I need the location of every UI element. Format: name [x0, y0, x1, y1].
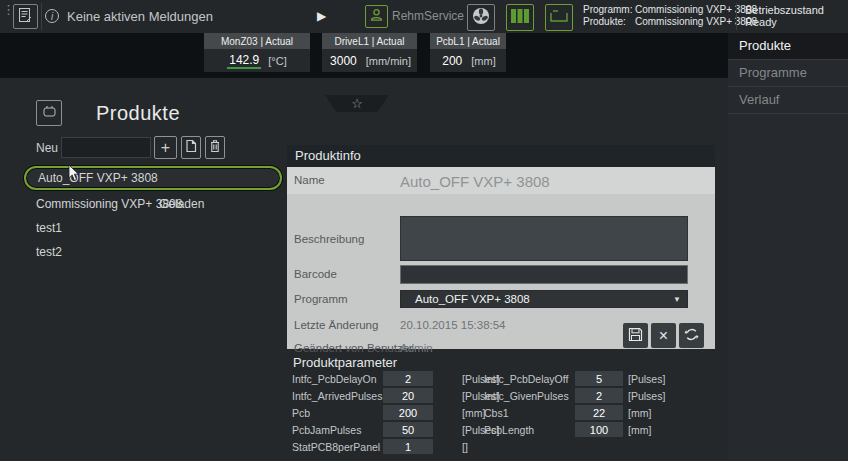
gauge-title: PcbL1 | Actual	[430, 33, 506, 49]
programm-value: Commissioning VXP+ 3808	[635, 4, 757, 15]
right-sidebar: Produkte Programme Verlauf	[728, 33, 848, 461]
copy-product-button[interactable]	[181, 136, 201, 159]
product-status-badge: Geladen	[159, 197, 204, 211]
add-product-button[interactable]: +	[154, 136, 177, 159]
floppy-save-icon	[628, 327, 643, 345]
produktparameter-panel: Produktparameter Intfc_PcbDelayOn 2 [Pul…	[287, 352, 715, 461]
product-name: test2	[24, 245, 62, 259]
param-unit: [Pulses]	[628, 390, 665, 402]
product-row-test1[interactable]: test1	[24, 216, 282, 240]
green-bars-icon	[510, 8, 530, 27]
cancel-button[interactable]: ×	[651, 323, 676, 348]
param-unit: [mm]	[628, 424, 651, 436]
param-value-field[interactable]: 1	[383, 439, 433, 454]
programm-label: Programm:	[583, 4, 635, 16]
produkte-value: Commissioning VXP+ 3808	[635, 16, 757, 27]
param-value-field[interactable]: 22	[575, 405, 623, 420]
divider	[41, 3, 42, 30]
sidebar-item-produkte[interactable]: Produkte	[728, 33, 848, 60]
trash-icon	[209, 139, 221, 156]
pcb-carrier-button[interactable]	[545, 4, 573, 31]
param-intfc-pcbdelayoff: Intfc_PcbDelayOff 5 [Pulses]	[484, 371, 684, 386]
refresh-button[interactable]	[679, 323, 704, 348]
sidebar-item-verlauf[interactable]: Verlauf	[728, 87, 848, 114]
programm-select[interactable]: Auto_OFF VXP+ 3808 ▼	[400, 290, 688, 308]
product-chip-icon	[42, 104, 57, 122]
active-program-info: Programm:Commissioning VXP+ 3808 Produkt…	[583, 4, 757, 28]
favorite-star-icon[interactable]: ☆	[351, 97, 363, 110]
page-title: Produkte	[96, 102, 180, 125]
product-row-auto-off[interactable]: Auto_OFF VXP+ 3808	[24, 166, 282, 190]
param-value-field[interactable]: 5	[575, 371, 623, 386]
status-value: Ready	[745, 16, 824, 28]
gauge-value: 3000	[328, 54, 359, 68]
gauge-value: 142.9	[227, 53, 261, 69]
gauge-band: MonZ03 | Actual 142.9 [°C] DriveL1 | Act…	[0, 33, 728, 78]
product-name: test1	[24, 221, 62, 235]
param-unit: []	[462, 441, 468, 453]
param-label: PcbJamPulses	[292, 424, 361, 436]
name-value: Auto_OFF VXP+ 3808	[400, 173, 550, 190]
product-name: Auto_OFF VXP+ 3808	[26, 171, 158, 185]
product-row-test2[interactable]: test2	[24, 240, 282, 264]
param-statpcbperpanel: StatPCB8perPanel 1 []	[292, 439, 492, 454]
product-row-commissioning[interactable]: Commissioning VXP+ 3808 Geladen	[24, 192, 282, 216]
close-icon: ×	[659, 328, 668, 344]
conveyor-status-button[interactable]	[506, 4, 534, 31]
fan-status-button[interactable]	[467, 4, 495, 31]
param-value-field[interactable]: 200	[383, 405, 433, 420]
produktinfo-body: Name Auto_OFF VXP+ 3808 Beschreibung Bar…	[287, 167, 715, 349]
produkte-label: Produkte:	[583, 16, 635, 28]
param-label: Cbs1	[484, 407, 509, 419]
gauge-title: DriveL1 | Actual	[322, 33, 417, 49]
produktinfo-panel: Produktinfo Name Auto_OFF VXP+ 3808 Besc…	[287, 145, 715, 349]
param-pcblength: PcbLength 100 [mm]	[484, 422, 684, 437]
gauge-drivel1[interactable]: DriveL1 | Actual 3000 [mm/min]	[322, 33, 417, 72]
expand-messages-arrow-icon[interactable]: ▶	[317, 9, 326, 23]
gauge-pcbl1[interactable]: PcbL1 | Actual 200 [mm]	[430, 33, 506, 72]
param-cbs1: Cbs1 22 [mm]	[484, 405, 684, 420]
param-label: Intfc_PcbDelayOff	[484, 373, 568, 385]
pcb-carrier-icon	[549, 8, 569, 27]
param-unit: [Pulses]	[628, 373, 665, 385]
param-value-field[interactable]: 2	[575, 388, 623, 403]
new-product-input[interactable]	[61, 137, 151, 158]
save-button[interactable]	[623, 323, 648, 348]
letzte-aenderung-label: Letzte Änderung	[294, 319, 378, 331]
produktinfo-header: Produktinfo	[287, 145, 715, 167]
produktparameter-header: Produktparameter	[293, 355, 397, 370]
param-pcbjampulses: PcbJamPulses 50 [Pulses]	[292, 422, 492, 437]
produkte-section-icon-button[interactable]	[36, 100, 62, 126]
param-label: PcbLength	[484, 424, 534, 436]
refresh-icon	[684, 327, 699, 345]
gauge-monz03[interactable]: MonZ03 | Actual 142.9 [°C]	[204, 33, 310, 72]
param-pcb: Pcb 200 [mm]	[292, 405, 492, 420]
barcode-label: Barcode	[294, 268, 337, 280]
param-value-field[interactable]: 50	[383, 422, 433, 437]
name-label: Name	[294, 174, 325, 186]
plus-icon: +	[161, 140, 170, 156]
param-value-field[interactable]: 100	[575, 422, 623, 437]
param-value-field[interactable]: 2	[383, 371, 433, 386]
gauge-unit: [°C]	[268, 55, 286, 67]
barcode-input[interactable]	[400, 265, 688, 284]
gauge-value: 200	[440, 54, 464, 68]
param-intfc-pcbdelayon: Intfc_PcbDelayOn 2 [Pulses]	[292, 371, 492, 386]
programm-label: Programm	[294, 293, 348, 305]
report-log-button[interactable]	[13, 4, 38, 29]
copy-icon	[185, 139, 197, 156]
beschreibung-textarea[interactable]	[400, 216, 688, 261]
fan-icon	[472, 7, 490, 28]
delete-product-button[interactable]	[205, 136, 225, 159]
info-icon: i	[45, 9, 59, 23]
operating-state: Betriebszustand Ready	[745, 4, 824, 28]
sidebar-item-programme[interactable]: Programme	[728, 60, 848, 87]
param-label: Intfc_ArrivedPulses	[292, 390, 382, 402]
user-button[interactable]	[365, 5, 388, 28]
programm-selected-value: Auto_OFF VXP+ 3808	[415, 293, 530, 305]
divider	[736, 3, 737, 30]
param-value-field[interactable]: 20	[383, 388, 433, 403]
top-bar: ⋮ i Keine aktiven Meldungen ▶ RehmServic…	[0, 0, 848, 33]
beschreibung-label: Beschreibung	[294, 233, 364, 245]
favorites-notch: ☆	[325, 95, 389, 112]
